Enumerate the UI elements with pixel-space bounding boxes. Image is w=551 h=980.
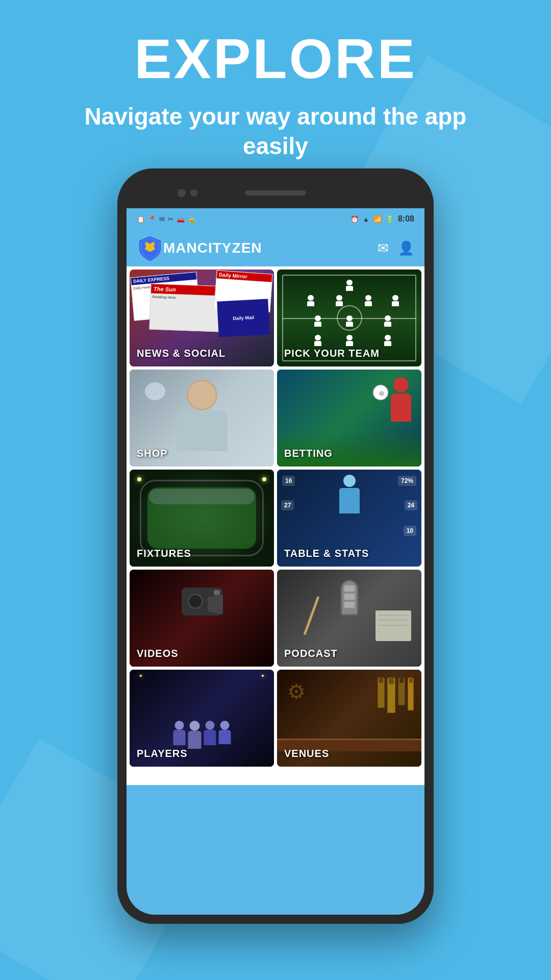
shop-circle-deco <box>145 382 165 400</box>
stadium-l2 <box>262 675 264 677</box>
status-bar: 📋 📍 ✉ ✂ 🚗 🔒 ⏰ ▲ 📶 🔋 8:08 <box>127 208 424 230</box>
app-header: MANCITYZEN ✉ 👤 <box>127 230 424 266</box>
status-icons-left: 📋 📍 ✉ ✂ 🚗 🔒 <box>137 215 196 223</box>
player-h1 <box>174 721 184 730</box>
bottle1-neck <box>379 678 383 683</box>
phone-screen: 📋 📍 ✉ ✂ 🚗 🔒 ⏰ ▲ 📶 🔋 8:08 <box>127 208 424 915</box>
stats-badge-16: 16 <box>282 476 295 486</box>
stadium-l1 <box>140 675 142 677</box>
phone-body: 📋 📍 ✉ ✂ 🚗 🔒 ⏰ ▲ 📶 🔋 8:08 <box>117 168 434 924</box>
betting-label: BETTING <box>284 448 333 459</box>
notepad-line3 <box>378 625 409 626</box>
svg-point-1 <box>145 242 149 246</box>
player-group2 <box>188 721 201 749</box>
player-head-betting <box>393 377 409 393</box>
mic-body <box>340 580 358 616</box>
status-icon-alarm: ⏰ <box>350 215 359 223</box>
svg-point-4 <box>152 247 155 250</box>
profile-icon[interactable]: 👤 <box>398 240 414 256</box>
app-logo <box>137 235 163 261</box>
player-h3 <box>205 721 214 730</box>
bottle2-neck <box>389 678 394 684</box>
player-fwd3 <box>383 335 392 346</box>
mic-grille2 <box>344 594 355 600</box>
stats-player-body <box>339 488 360 513</box>
status-icon-wifi: ▲ <box>363 215 369 223</box>
player-group3 <box>204 721 216 749</box>
tile-pick-team[interactable]: PICK YOUR TEAM <box>277 270 421 366</box>
status-icon-signal: 📶 <box>373 215 382 223</box>
mic-grille3 <box>344 602 355 608</box>
phone-camera-2 <box>190 189 197 197</box>
stats-player <box>339 475 360 513</box>
bottle1 <box>378 677 385 708</box>
player-b4 <box>218 730 231 744</box>
phone-mockup: 📋 📍 ✉ ✂ 🚗 🔒 ⏰ ▲ 📶 🔋 8:08 <box>117 168 434 924</box>
player-fwd1 <box>313 335 322 346</box>
player-fwd2 <box>345 335 354 346</box>
shop-person-head <box>187 380 217 410</box>
player-def2 <box>335 295 344 306</box>
bottle2 <box>387 677 395 713</box>
tiles-grid: DAILY EXPRESS Daily news content The Sun… <box>127 266 424 770</box>
tile-videos[interactable]: VIDEOS <box>130 570 274 667</box>
stadium-seating1 <box>149 489 255 504</box>
bottle4 <box>408 677 414 710</box>
stats-badge-10: 10 <box>404 526 416 536</box>
status-icons-right: ⏰ ▲ 📶 🔋 8:08 <box>350 214 414 224</box>
venues-label: VENUES <box>284 748 329 760</box>
stats-badge-27: 27 <box>281 500 294 510</box>
main-title: EXPLORE <box>0 0 551 87</box>
phone-speaker <box>245 190 306 195</box>
tile-news-social[interactable]: DAILY EXPRESS Daily news content The Sun… <box>130 270 274 366</box>
player-b2 <box>188 731 201 749</box>
shop-person-body <box>177 410 228 451</box>
stadium-light2 <box>262 477 266 481</box>
tile-podcast[interactable]: PODCAST <box>277 570 421 667</box>
message-icon[interactable]: ✉ <box>378 240 389 256</box>
player-mid3 <box>383 315 392 327</box>
status-icon-scissors: ✂ <box>168 215 173 223</box>
betting-ball <box>373 385 388 400</box>
app-title: MANCITYZEN <box>163 240 378 256</box>
player-def1 <box>306 295 315 306</box>
gear-decoration: ⚙ <box>287 680 306 703</box>
tile-venues[interactable]: ⚙ VENUES <box>277 670 421 767</box>
player-group4 <box>218 721 231 749</box>
stats-player-head <box>343 475 356 487</box>
players-label: PLAYERS <box>137 748 188 760</box>
status-icon-car: 🚗 <box>177 215 185 223</box>
news-label: NEWS & SOCIAL <box>137 348 226 359</box>
player-mid2 <box>345 315 354 327</box>
player-body-betting <box>391 394 411 422</box>
bottle3 <box>398 677 405 705</box>
status-icon-pin: 📍 <box>148 215 156 223</box>
fixtures-label: FIXTURES <box>137 548 191 559</box>
player-b3 <box>204 730 216 745</box>
stats-label: TABLE & STATS <box>284 548 369 559</box>
status-icon-lock: 🔒 <box>188 215 196 223</box>
pick-label: PICK YOUR TEAM <box>284 348 380 359</box>
player-gk <box>345 280 354 291</box>
tile-stats[interactable]: 16 72% 27 24 10 TABLE & STATS <box>277 470 421 567</box>
header-icons: ✉ 👤 <box>378 240 414 256</box>
player-h2 <box>189 721 199 731</box>
svg-point-2 <box>151 242 155 246</box>
tile-shop[interactable]: SHOP <box>130 370 274 467</box>
player-h4 <box>220 721 229 730</box>
status-icon-mail: ✉ <box>159 215 165 223</box>
tile-betting[interactable]: BETTING <box>277 370 421 467</box>
newspaper-sun: The Sun Breaking news <box>149 284 222 332</box>
betting-player <box>391 377 411 422</box>
notepad <box>375 610 411 641</box>
player-b1 <box>173 730 185 745</box>
bottle3-neck <box>399 678 404 683</box>
notepad-line2 <box>378 620 409 621</box>
camera-wing <box>208 594 223 615</box>
stats-badge-24: 24 <box>405 500 417 510</box>
camera-lens <box>188 594 203 609</box>
bottom-note <box>127 770 424 785</box>
tile-players[interactable]: PLAYERS <box>130 670 274 767</box>
tile-fixtures[interactable]: FIXTURES <box>130 470 274 567</box>
player-group1 <box>173 721 185 749</box>
